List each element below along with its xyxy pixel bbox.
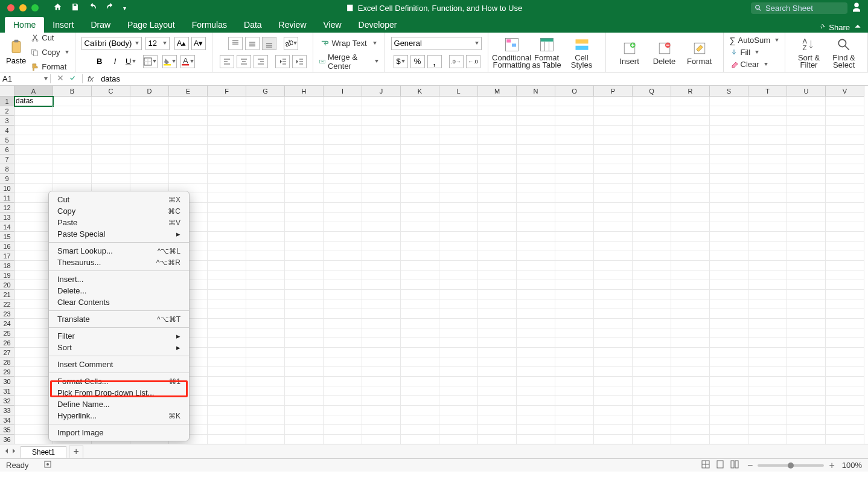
cell-R22[interactable]: [671, 299, 710, 309]
decrease-font-size-button[interactable]: A▾: [191, 37, 206, 50]
zoom-out-button[interactable]: −: [747, 460, 753, 471]
cell-I13[interactable]: [324, 213, 362, 222]
cell-U31[interactable]: [787, 386, 826, 396]
conditional-formatting-button[interactable]: Conditional Formatting: [494, 36, 529, 69]
cell-S23[interactable]: [710, 309, 748, 319]
cell-H26[interactable]: [285, 338, 324, 348]
share-button[interactable]: Share: [818, 23, 850, 32]
cell-N27[interactable]: [517, 348, 555, 357]
cell-N19[interactable]: [517, 270, 555, 280]
cell-F25[interactable]: [208, 328, 246, 338]
cell-N21[interactable]: [517, 290, 555, 299]
cell-O17[interactable]: [555, 251, 594, 261]
cell-P5[interactable]: [594, 135, 633, 145]
cell-L1[interactable]: [439, 97, 478, 106]
cell-S26[interactable]: [710, 338, 748, 348]
tab-formulas[interactable]: Formulas: [183, 17, 235, 33]
cell-K11[interactable]: [401, 193, 439, 203]
cell-F6[interactable]: [208, 145, 246, 155]
cell-A19[interactable]: [14, 270, 53, 280]
cell-U22[interactable]: [787, 299, 826, 309]
cell-O6[interactable]: [555, 145, 594, 155]
align-right-button[interactable]: [254, 55, 268, 68]
row-header-1[interactable]: 1: [0, 97, 14, 106]
row-header-3[interactable]: 3: [0, 116, 14, 126]
cell-Q18[interactable]: [633, 261, 671, 270]
cell-K35[interactable]: [401, 425, 439, 435]
cell-T36[interactable]: [748, 435, 787, 444]
cell-U15[interactable]: [787, 232, 826, 242]
row-header-30[interactable]: 30: [0, 377, 14, 386]
row-header-32[interactable]: 32: [0, 396, 14, 406]
cell-H34[interactable]: [285, 415, 324, 425]
cell-A6[interactable]: [14, 145, 53, 155]
cell-K7[interactable]: [401, 155, 439, 164]
cell-P35[interactable]: [594, 425, 633, 435]
cell-I30[interactable]: [324, 377, 362, 386]
cm-cut[interactable]: Cut⌘X: [49, 194, 189, 205]
cell-G32[interactable]: [246, 396, 285, 406]
align-center-button[interactable]: [237, 55, 251, 68]
cell-U35[interactable]: [787, 425, 826, 435]
cell-O29[interactable]: [555, 367, 594, 377]
cell-S4[interactable]: [710, 126, 748, 135]
cell-U27[interactable]: [787, 348, 826, 357]
row-header-33[interactable]: 33: [0, 406, 14, 415]
cell-H16[interactable]: [285, 242, 324, 251]
row-header-19[interactable]: 19: [0, 270, 14, 280]
merge-center-button[interactable]: Merge & Center: [319, 56, 378, 67]
cell-H2[interactable]: [285, 106, 324, 116]
cell-J25[interactable]: [362, 328, 401, 338]
cell-T35[interactable]: [748, 425, 787, 435]
row-header-34[interactable]: 34: [0, 415, 14, 425]
cell-K23[interactable]: [401, 309, 439, 319]
cm-filter[interactable]: Filter▸: [49, 330, 189, 342]
cell-P27[interactable]: [594, 348, 633, 357]
cell-B4[interactable]: [53, 126, 92, 135]
cell-P20[interactable]: [594, 280, 633, 290]
cell-I11[interactable]: [324, 193, 362, 203]
cell-A17[interactable]: [14, 251, 53, 261]
row-header-16[interactable]: 16: [0, 242, 14, 251]
cell-A8[interactable]: [14, 164, 53, 174]
cell-L22[interactable]: [439, 299, 478, 309]
select-all-corner[interactable]: [0, 86, 14, 97]
cell-O9[interactable]: [555, 174, 594, 184]
cell-U34[interactable]: [787, 415, 826, 425]
cell-Q9[interactable]: [633, 174, 671, 184]
cell-D3[interactable]: [130, 116, 169, 126]
cell-B9[interactable]: [53, 174, 92, 184]
cell-G21[interactable]: [246, 290, 285, 299]
cell-H25[interactable]: [285, 328, 324, 338]
row-header-27[interactable]: 27: [0, 348, 14, 357]
align-middle-button[interactable]: [245, 37, 260, 50]
cell-H10[interactable]: [285, 184, 324, 193]
cell-S16[interactable]: [710, 242, 748, 251]
cell-V30[interactable]: [826, 377, 864, 386]
cell-L25[interactable]: [439, 328, 478, 338]
cell-K26[interactable]: [401, 338, 439, 348]
cell-E6[interactable]: [169, 145, 208, 155]
cell-P7[interactable]: [594, 155, 633, 164]
cell-O3[interactable]: [555, 116, 594, 126]
col-header-Q[interactable]: Q: [633, 86, 671, 97]
cell-L18[interactable]: [439, 261, 478, 270]
cell-B2[interactable]: [53, 106, 92, 116]
zoom-level[interactable]: 100%: [842, 461, 862, 470]
cell-K34[interactable]: [401, 415, 439, 425]
cell-Q14[interactable]: [633, 222, 671, 232]
cm-paste[interactable]: Paste⌘V: [49, 217, 189, 228]
cell-M18[interactable]: [478, 261, 517, 270]
cell-N35[interactable]: [517, 425, 555, 435]
cell-N32[interactable]: [517, 396, 555, 406]
cell-O10[interactable]: [555, 184, 594, 193]
cell-I1[interactable]: [324, 97, 362, 106]
cell-I20[interactable]: [324, 280, 362, 290]
cell-L34[interactable]: [439, 415, 478, 425]
cell-J33[interactable]: [362, 406, 401, 415]
cm-delete[interactable]: Delete...: [49, 285, 189, 296]
undo-icon[interactable]: [88, 2, 97, 13]
cm-thesaurus[interactable]: Thesaurus...^⌥⌘R: [49, 257, 189, 268]
delete-cells-button[interactable]: Delete: [647, 40, 682, 65]
cell-D5[interactable]: [130, 135, 169, 145]
